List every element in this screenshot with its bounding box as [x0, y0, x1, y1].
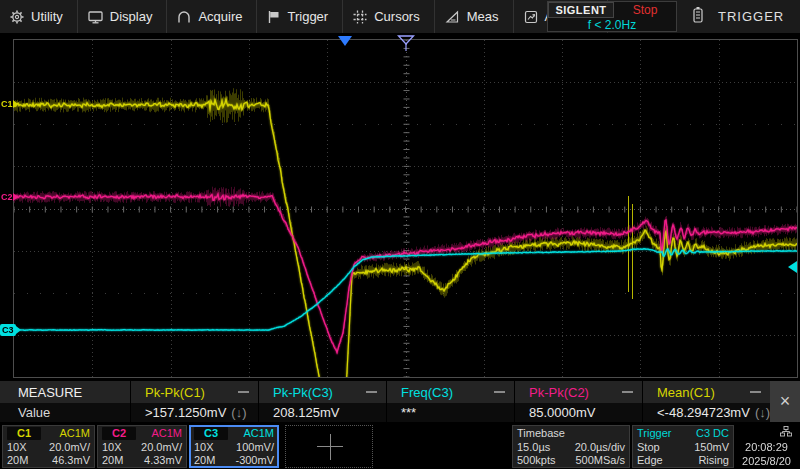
timebase-points: 500kpts: [517, 454, 556, 467]
trigger-label: Trigger: [637, 427, 671, 440]
measure-item-name: Pk-Pk(C3): [273, 385, 333, 400]
menu-item-label: Acquire: [198, 9, 242, 24]
channel-coupling: AC1M: [151, 427, 182, 440]
measure-item-value-cell: >157.1250mV(↓): [130, 403, 258, 422]
gear-icon: [10, 10, 24, 24]
trigger-level: 150mV: [694, 441, 729, 454]
trigger-delay-marker[interactable]: [397, 34, 415, 52]
measure-close-button[interactable]: ×: [770, 381, 800, 422]
waveform-display[interactable]: [14, 40, 797, 377]
trigger-descriptor[interactable]: TriggerC3 DC Stop150mV EdgeRising: [632, 425, 734, 468]
empty-descriptor-slot[interactable]: [285, 425, 373, 468]
timebase-label: Timebase: [517, 427, 565, 440]
trigger-position-marker[interactable]: [338, 36, 352, 46]
display-icon: [88, 10, 103, 24]
menu-item-cursors[interactable]: Cursors: [343, 0, 435, 33]
channel-descriptor-c3[interactable]: C3AC1M10X100mV/20M-300mV: [189, 425, 279, 468]
channel-descriptor-c1[interactable]: C1AC1M10X20.0mV/20M46.3mV: [2, 425, 95, 468]
timebase-delay: 15.0µs: [517, 441, 550, 454]
date-readout: 2025/8/20: [736, 455, 797, 467]
c1-level-marker[interactable]: C1: [0, 99, 18, 109]
timebase-descriptor[interactable]: Timebase 15.0µs20.0µs/div 500kpts500MSa/…: [512, 425, 630, 468]
acquisition-status[interactable]: Stop: [614, 2, 676, 18]
menu-item-trigger[interactable]: Trigger: [257, 0, 343, 33]
measure-remove-button[interactable]: [750, 391, 761, 393]
measure-item-value: 208.125mV: [273, 405, 340, 420]
menu-item-label: Utility: [31, 9, 63, 24]
trigger-frequency-readout: f < 2.0Hz: [548, 18, 676, 32]
measure-item-value-cell: 208.125mV: [258, 403, 386, 422]
measure-remove-button[interactable]: [622, 391, 633, 393]
c3-level-marker[interactable]: C3: [0, 324, 21, 336]
measure-item-1[interactable]: Pk-Pk(C1): [130, 381, 258, 403]
channel-offset: -300mV: [235, 454, 274, 467]
channel-bandwidth: 20M: [7, 454, 28, 467]
measure-item-value-cell: ***: [386, 403, 514, 422]
channel-bandwidth: 20M: [194, 454, 215, 467]
measure-stat-indicator: (↓): [755, 405, 770, 420]
channel-coupling: AC1M: [243, 427, 274, 440]
channel-bandwidth: 20M: [102, 454, 123, 467]
measure-item-value: ***: [401, 405, 416, 420]
acquire-icon: [177, 10, 191, 24]
trigger-level-marker[interactable]: [788, 261, 797, 273]
siglent-logo: SIGLENT: [548, 2, 614, 18]
channel-probe: 10X: [7, 441, 27, 454]
measure-item-name: Mean(C1): [657, 385, 715, 400]
channel-scale: 20.0mV/: [49, 441, 90, 454]
measure-header-row: MEASURE Pk-Pk(C1)Pk-Pk(C3)Freq(C3)Pk-Pk(…: [0, 381, 800, 403]
statusbar: C1AC1M10X20.0mV/20M46.3mV C2AC1M10X20.0m…: [0, 424, 800, 469]
measure-stat-indicator: (↓): [231, 405, 246, 420]
menu-item-acquire[interactable]: Acquire: [167, 0, 257, 33]
timebase-scale: 20.0µs/div: [575, 441, 625, 454]
trigger-source: C3 DC: [696, 427, 729, 440]
channel-descriptor-c2[interactable]: C2AC1M10X20.0mV/20M4.33mV: [97, 425, 187, 468]
measure-item-4[interactable]: Pk-Pk(C2): [514, 381, 642, 403]
measure-item-name: Pk-Pk(C1): [145, 385, 205, 400]
battery-icon: [692, 6, 704, 28]
channel-id: C3: [194, 427, 228, 440]
network-icon: [780, 426, 792, 439]
timebase-samplerate: 500MSa/s: [575, 454, 625, 467]
menu-item-utility[interactable]: Utility: [0, 0, 78, 33]
channel-coupling: AC1M: [59, 427, 90, 440]
measure-remove-button[interactable]: [494, 391, 505, 393]
flag-icon: [267, 10, 280, 24]
channel-offset: 46.3mV: [52, 454, 90, 467]
measure-panel: MEASURE Pk-Pk(C1)Pk-Pk(C3)Freq(C3)Pk-Pk(…: [0, 381, 800, 422]
trigger-menu-button[interactable]: TRIGGER: [692, 0, 784, 33]
cursors-icon: [353, 10, 367, 24]
measure-remove-button[interactable]: [366, 391, 377, 393]
measure-value-row: Value >157.1250mV(↓)208.125mV***85.0000m…: [0, 403, 800, 422]
trigger-type: Edge: [637, 454, 663, 467]
menu-item-meas[interactable]: Meas: [435, 0, 514, 33]
channel-scale: 20.0mV/: [141, 441, 182, 454]
channel-scale: 100mV/: [236, 441, 274, 454]
trigger-status: Stop: [637, 441, 660, 454]
measure-item-value: <-48.294723mV: [657, 405, 750, 420]
c2-level-marker[interactable]: C2: [0, 192, 18, 202]
channel-id: C2: [102, 427, 136, 440]
menubar: UtilityDisplayAcquireTriggerCursorsMeasA…: [0, 0, 800, 33]
measure-item-value: >157.1250mV: [145, 405, 226, 420]
menu-item-label: Display: [110, 9, 153, 24]
measure-remove-button[interactable]: [238, 391, 249, 393]
trigger-slope: Rising: [698, 454, 729, 467]
channel-offset: 4.33mV: [144, 454, 182, 467]
menu-item-label: Meas: [467, 9, 499, 24]
time-readout: 20:08:29: [736, 441, 797, 453]
measure-item-name: Freq(C3): [401, 385, 453, 400]
analysis-icon: [524, 10, 538, 24]
measure-item-3[interactable]: Freq(C3): [386, 381, 514, 403]
menu-item-display[interactable]: Display: [78, 0, 168, 33]
measure-item-2[interactable]: Pk-Pk(C3): [258, 381, 386, 403]
brand-status-block: SIGLENT Stop f < 2.0Hz: [547, 1, 677, 32]
channel-id: C1: [7, 427, 41, 440]
ruler-icon: [445, 10, 460, 24]
channel-probe: 10X: [102, 441, 122, 454]
measure-item-value-cell: 85.0000mV: [514, 403, 642, 422]
measure-value-label: Value: [0, 403, 130, 422]
measure-item-5[interactable]: Mean(C1): [642, 381, 770, 403]
measure-item-value-cell: <-48.294723mV(↓): [642, 403, 770, 422]
measure-item-name: Pk-Pk(C2): [529, 385, 589, 400]
